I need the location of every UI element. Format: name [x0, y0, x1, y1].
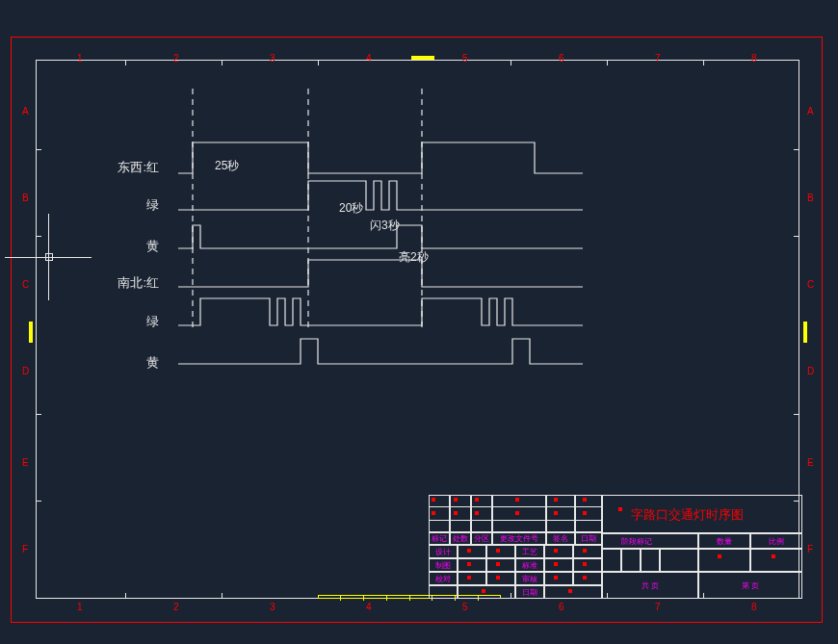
tick	[703, 60, 704, 65]
timing-25s: 25秒	[215, 158, 239, 174]
label-ew-green: 绿	[82, 196, 159, 214]
ruler-col-3-bot: 3	[270, 602, 275, 612]
ruler-col-4-bot: 4	[366, 602, 372, 612]
ruler-row-a-r: A	[807, 106, 814, 116]
yellow-mark-left	[29, 322, 33, 343]
tick	[125, 60, 126, 65]
tick	[222, 60, 223, 65]
ruler-col-4-top: 4	[366, 53, 372, 64]
ruler-col-6-top: 6	[559, 53, 564, 64]
ruler-col-8-top: 8	[751, 53, 757, 64]
ruler-col-6-bot: 6	[559, 602, 564, 612]
tick	[318, 60, 319, 65]
ruler-col-3-top: 3	[270, 53, 275, 64]
tick	[607, 60, 608, 65]
ruler-row-f-r: F	[807, 544, 813, 554]
label-ew: 东西:红	[82, 159, 159, 176]
label-ns: 南北:红	[82, 274, 159, 292]
ruler-row-a-l: A	[22, 106, 29, 116]
tick	[36, 501, 41, 502]
label-ns-green: 绿	[82, 313, 159, 330]
timing-flash3: 闪3秒	[370, 218, 400, 234]
cursor-box	[45, 253, 53, 261]
yellow-mark-right	[803, 322, 807, 343]
ruler-row-f-l: F	[22, 544, 28, 554]
ruler-col-5-bot: 5	[462, 602, 468, 612]
timing-on2: 亮2秒	[399, 249, 429, 266]
ruler-row-d-l: D	[22, 366, 29, 376]
ruler-row-e-r: E	[807, 457, 814, 468]
yellow-mark-top	[411, 56, 434, 60]
title-block: 设计 工艺 制图 标准 校对 审核 日期 标记 处数 分区 更改文件号 签名 日…	[429, 495, 802, 599]
label-ns-yellow: 黄	[82, 354, 159, 372]
drawing-title: 字路口交通灯时序图	[631, 506, 744, 524]
ruler-row-b-r: B	[807, 193, 814, 203]
ruler-row-d-r: D	[807, 366, 814, 376]
tick	[36, 414, 41, 415]
ruler-row-c-l: C	[22, 279, 29, 290]
ruler-col-5-top: 5	[462, 53, 468, 64]
timing-20s: 20秒	[339, 200, 363, 217]
ruler-col-1-top: 1	[77, 53, 83, 64]
ruler-row-c-r: C	[807, 279, 814, 290]
tick	[511, 60, 511, 65]
tick	[794, 414, 799, 415]
tick	[222, 593, 223, 599]
tick	[36, 149, 41, 150]
ruler-col-2-bot: 2	[173, 602, 179, 612]
ruler-col-7-bot: 7	[655, 602, 661, 612]
tick	[794, 236, 799, 237]
ruler-col-1-bot: 1	[77, 602, 83, 612]
ruler-row-b-l: B	[22, 193, 29, 203]
ruler-row-e-l: E	[22, 457, 29, 468]
ruler-col-2-top: 2	[173, 53, 179, 64]
ruler-col-7-top: 7	[655, 53, 661, 64]
tick	[36, 236, 41, 237]
ruler-col-8-bot: 8	[751, 602, 757, 612]
tick	[125, 593, 126, 599]
tick	[794, 149, 799, 150]
label-ew-yellow: 黄	[82, 238, 159, 255]
